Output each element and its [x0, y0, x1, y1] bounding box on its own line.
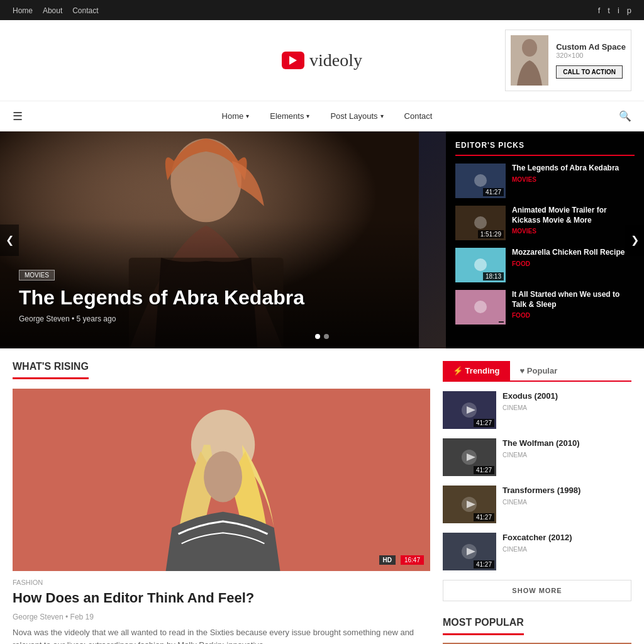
article-thumbnail[interactable]: HD 16:47 [13, 389, 430, 571]
pinterest-icon[interactable]: p [627, 6, 631, 15]
hero-background: MOVIES The Legends of Abra Kedabra Georg… [0, 131, 644, 348]
logo-text: videoly [309, 50, 362, 70]
pick-cat-4: FOOD [512, 312, 635, 319]
pick-info-3: Mozzarella Chicken Roll Recipe FOOD [512, 248, 635, 282]
content-area: WHAT'S RISING [0, 348, 644, 644]
trend-item-1[interactable]: 41:27 Exodus (2001) CINEMA [443, 391, 631, 429]
trend-item-2[interactable]: 41:27 The Wolfman (2010) CINEMA [443, 438, 631, 476]
hero-badge: MOVIES [19, 270, 55, 280]
social-icons: f t i p [598, 6, 631, 15]
hero-dot-1[interactable] [315, 334, 320, 339]
popular-tab[interactable]: ♥ Popular [510, 361, 568, 380]
trend-duration-4: 41:27 [474, 560, 494, 569]
search-icon[interactable]: 🔍 [619, 101, 631, 131]
trend-duration-3: 41:27 [474, 513, 494, 521]
chevron-down-icon: ▾ [246, 113, 249, 119]
trend-item-4[interactable]: 41:27 Foxcatcher (2012) CINEMA [443, 533, 631, 570]
trend-cat-3: CINEMA [502, 499, 631, 506]
pick-duration-3: 18:13 [483, 272, 504, 280]
pick-duration-2: 1:51:29 [478, 230, 504, 238]
pick-info-2: Animated Movie Trailer for Kickass Movie… [512, 206, 635, 240]
facebook-icon[interactable]: f [598, 6, 601, 15]
trending-section: ⚡ Trending ♥ Popular 41:27 Exodus (2001)… [443, 361, 631, 601]
article-excerpt: Nova was the videoly that we all wanted … [13, 626, 430, 644]
hero-content: MOVIES The Legends of Abra Kedabra Georg… [19, 269, 304, 323]
pick-cat-3: FOOD [512, 260, 635, 267]
article-card: HD 16:47 FASHION How Does an Editor Thin… [13, 389, 430, 644]
nav-item-elements[interactable]: Elements ▾ [261, 103, 318, 130]
editors-picks-title: EDITOR'S PICKS [455, 141, 635, 156]
editors-picks: EDITOR'S PICKS 41:27 The Legends of Abra… [446, 131, 644, 348]
nav-links: Home ▾ Elements ▾ Post Layouts ▾ Contact [35, 103, 619, 130]
main-column: WHAT'S RISING [13, 361, 430, 644]
trend-thumb-1: 41:27 [443, 391, 496, 429]
trend-title-4: Foxcatcher (2012) [502, 533, 631, 543]
article-meta: George Steven • Feb 19 [13, 613, 430, 621]
instagram-icon[interactable]: i [618, 6, 619, 15]
trend-info-4: Foxcatcher (2012) CINEMA [502, 533, 631, 553]
hero-meta: George Steven • 5 years ago [19, 314, 304, 323]
hero-dot-2[interactable] [324, 334, 329, 339]
svg-point-7 [474, 174, 487, 187]
ad-content: Custom Ad Space 320×100 CALL TO ACTION [556, 42, 626, 79]
pick-thumb-2: 1:51:29 [455, 206, 506, 240]
trending-tab[interactable]: ⚡ Trending [443, 361, 510, 380]
pick-thumb-1: 41:27 [455, 164, 506, 198]
hero-arrow-left[interactable]: ❮ [0, 225, 19, 256]
hamburger-icon[interactable]: ☰ [13, 102, 23, 131]
pick-cat-1: MOVIES [512, 176, 635, 183]
trend-title-3: Transformers (1998) [502, 486, 631, 496]
hero-arrow-right[interactable]: ❯ [625, 225, 644, 256]
top-nav: Home About Contact f t i p [0, 0, 644, 20]
pick-item-2[interactable]: 1:51:29 Animated Movie Trailer for Kicka… [455, 206, 635, 240]
trend-info-1: Exodus (2001) CINEMA [502, 391, 631, 411]
sidebar: ⚡ Trending ♥ Popular 41:27 Exodus (2001)… [443, 361, 631, 644]
hero-dots [315, 334, 329, 339]
most-popular-heading: Most Popular [443, 617, 524, 635]
nav-home[interactable]: Home [13, 6, 33, 15]
pick-cat-2: MOVIES [512, 228, 635, 235]
cta-button[interactable]: CALL TO ACTION [556, 65, 623, 79]
pick-item-4[interactable]: It All Started when We used to Talk & Sl… [455, 290, 635, 325]
article-category: FASHION [13, 579, 430, 586]
pick-item-1[interactable]: 41:27 The Legends of Abra Kedabra MOVIES [455, 164, 635, 198]
most-popular-section: Most Popular [443, 617, 631, 644]
svg-point-18 [204, 451, 242, 502]
logo[interactable]: videoly [282, 50, 362, 70]
pick-title-4: It All Started when We used to Talk & Sl… [512, 290, 635, 309]
twitter-icon[interactable]: t [608, 6, 610, 15]
svg-point-13 [474, 301, 487, 313]
ad-space: Custom Ad Space 320×100 CALL TO ACTION [505, 30, 631, 91]
pick-item-3[interactable]: 18:13 Mozzarella Chicken Roll Recipe FOO… [455, 248, 635, 282]
pick-info-4: It All Started when We used to Talk & Sl… [512, 290, 635, 325]
trend-info-3: Transformers (1998) CINEMA [502, 486, 631, 506]
ad-title: Custom Ad Space [556, 42, 626, 52]
nav-item-home[interactable]: Home ▾ [213, 103, 258, 130]
trend-info-2: The Wolfman (2010) CINEMA [502, 438, 631, 458]
nav-about[interactable]: About [43, 6, 62, 15]
main-nav: ☰ Home ▾ Elements ▾ Post Layouts ▾ Conta… [0, 101, 644, 131]
pick-thumb-3: 18:13 [455, 248, 506, 282]
ad-image [511, 35, 548, 86]
trend-cat-1: CINEMA [502, 404, 631, 411]
chevron-down-icon: ▾ [306, 113, 309, 119]
article-title[interactable]: How Does an Editor Think And Feel? [13, 589, 430, 608]
trend-thumb-3: 41:27 [443, 486, 496, 523]
whats-rising-heading: WHAT'S RISING [13, 361, 89, 379]
nav-contact[interactable]: Contact [72, 6, 98, 15]
svg-point-1 [522, 39, 537, 57]
trend-item-3[interactable]: 41:27 Transformers (1998) CINEMA [443, 486, 631, 523]
hero-title: The Legends of Abra Kedabra [19, 286, 304, 309]
hd-badge: HD [379, 555, 396, 565]
chevron-down-icon: ▾ [380, 113, 384, 119]
trend-cat-2: CINEMA [502, 452, 631, 458]
nav-item-contact[interactable]: Contact [396, 103, 441, 130]
show-more-button[interactable]: SHOW MORE [443, 580, 631, 601]
trend-tabs: ⚡ Trending ♥ Popular [443, 361, 631, 382]
pick-thumb-4 [455, 290, 506, 325]
duration-badge: 16:47 [401, 555, 424, 565]
nav-item-post-layouts[interactable]: Post Layouts ▾ [321, 103, 392, 130]
trend-thumb-4: 41:27 [443, 533, 496, 570]
logo-icon [282, 52, 304, 69]
hero-section: MOVIES The Legends of Abra Kedabra Georg… [0, 131, 644, 348]
